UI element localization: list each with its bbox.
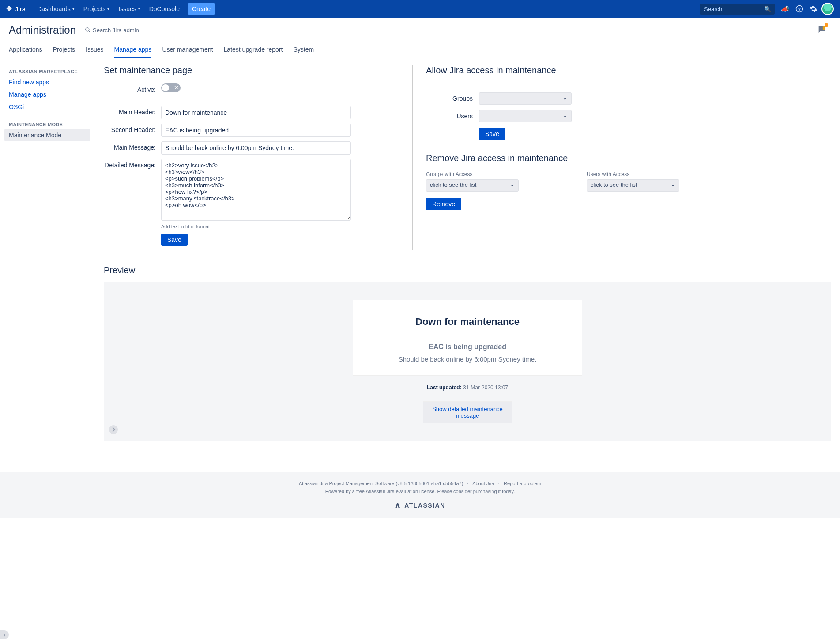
tab-system[interactable]: System	[293, 42, 314, 58]
nav-dashboards[interactable]: Dashboards▾	[33, 0, 79, 18]
main-header-input[interactable]	[161, 106, 351, 119]
remove-access-heading: Remove Jira access in maintenance	[426, 153, 831, 163]
show-detailed-message-button[interactable]: Show detailed maintenance message	[423, 401, 512, 423]
help-icon[interactable]: ?	[792, 2, 806, 16]
allow-access-heading: Allow Jira access in maintenance	[426, 65, 831, 75]
footer-eval-link[interactable]: Jira evaluation license	[387, 489, 434, 494]
svg-point-4	[109, 425, 118, 434]
nav-issues[interactable]: Issues▾	[114, 0, 144, 18]
top-navigation: Jira Dashboards▾ Projects▾ Issues▾ DbCon…	[0, 0, 840, 18]
expand-arrow-icon[interactable]	[109, 425, 118, 434]
tab-upgrade-report[interactable]: Latest upgrade report	[224, 42, 283, 58]
remove-groups-label: Groups with Access	[426, 171, 519, 177]
detailed-message-label: Detailed Message:	[104, 159, 161, 169]
second-header-label: Second Header:	[104, 124, 161, 133]
create-button[interactable]: Create	[188, 3, 215, 15]
sidebar-section-maintenance: MAINTENANCE MODE	[4, 118, 90, 129]
footer-report-link[interactable]: Report a problem	[504, 481, 541, 486]
detailed-help-text: Add text in html format	[161, 224, 399, 229]
active-toggle[interactable]: ✕	[161, 83, 181, 92]
main-header-label: Main Header:	[104, 106, 161, 116]
preview-card: Down for maintenance EAC is being upgrad…	[353, 300, 582, 376]
save-allow-button[interactable]: Save	[479, 128, 505, 140]
svg-text:?: ?	[798, 7, 801, 11]
chevron-down-icon: ▾	[107, 7, 109, 11]
active-label: Active:	[104, 83, 161, 93]
tab-issues[interactable]: Issues	[86, 42, 103, 58]
allow-users-select[interactable]	[479, 110, 572, 122]
admin-tabs: Applications Projects Issues Manage apps…	[0, 42, 840, 58]
detailed-message-textarea[interactable]	[161, 159, 351, 221]
sidebar-osgi[interactable]: OSGi	[4, 101, 90, 113]
sidebar: ATLASSIAN MARKETPLACE Find new apps Mana…	[0, 58, 95, 459]
preview-subtitle: EAC is being upgraded	[365, 343, 569, 351]
preview-heading: Preview	[104, 265, 831, 275]
announcement-icon[interactable]: 📣	[778, 2, 792, 16]
settings-icon[interactable]	[806, 2, 821, 16]
page-title: Administration	[9, 24, 76, 36]
svg-line-3	[89, 31, 90, 33]
sidebar-manage-apps[interactable]: Manage apps	[4, 88, 90, 101]
remove-groups-select[interactable]: click to see the list	[426, 179, 519, 192]
main-message-input[interactable]	[161, 141, 351, 155]
chevron-down-icon: ▾	[72, 7, 75, 11]
remove-users-select[interactable]: click to see the list	[587, 179, 679, 192]
admin-search[interactable]: Search Jira admin	[85, 27, 139, 34]
set-maintenance-heading: Set maintenance page	[104, 65, 399, 75]
user-avatar[interactable]	[821, 2, 835, 16]
admin-header: Administration Search Jira admin	[0, 18, 840, 36]
preview-box: Down for maintenance EAC is being upgrad…	[104, 282, 831, 441]
allow-users-label: Users	[426, 113, 479, 120]
atlassian-brand: ATLASSIAN	[9, 502, 831, 509]
footer-pm-link[interactable]: Project Management Software	[329, 481, 394, 486]
jira-logo[interactable]: Jira	[5, 5, 26, 13]
feedback-icon[interactable]	[817, 25, 827, 36]
search-icon: 🔍	[764, 6, 771, 12]
svg-point-2	[86, 28, 89, 31]
logo-text: Jira	[15, 5, 26, 13]
footer-about-link[interactable]: About Jira	[472, 481, 494, 486]
main-message-label: Main Message:	[104, 141, 161, 151]
tab-manage-apps[interactable]: Manage apps	[114, 42, 152, 58]
toggle-knob	[162, 84, 169, 91]
save-maintenance-button[interactable]: Save	[161, 234, 188, 246]
global-search-input[interactable]	[700, 4, 775, 15]
preview-message: Should be back online by 6:00pm Sydney t…	[365, 355, 569, 363]
notification-badge	[825, 23, 828, 27]
tab-user-management[interactable]: User management	[162, 42, 213, 58]
nav-dbconsole[interactable]: DbConsole	[145, 0, 184, 18]
preview-title: Down for maintenance	[365, 316, 569, 335]
preview-last-updated: Last updated: 31-Mar-2020 13:07	[113, 385, 822, 391]
tab-projects[interactable]: Projects	[53, 42, 75, 58]
admin-search-placeholder: Search Jira admin	[93, 27, 139, 34]
remove-users-label: Users with Access	[587, 171, 679, 177]
chevron-down-icon: ▾	[138, 7, 140, 11]
jira-icon	[5, 5, 13, 13]
sidebar-maintenance-mode[interactable]: Maintenance Mode	[4, 129, 90, 141]
nav-projects[interactable]: Projects▾	[79, 0, 114, 18]
second-header-input[interactable]	[161, 124, 351, 137]
search-icon	[85, 27, 91, 33]
allow-groups-label: Groups	[426, 95, 479, 102]
sidebar-section-marketplace: ATLASSIAN MARKETPLACE	[4, 65, 90, 76]
footer: Atlassian Jira Project Management Softwa…	[0, 472, 840, 518]
tab-applications[interactable]: Applications	[9, 42, 42, 58]
sidebar-find-new-apps[interactable]: Find new apps	[4, 76, 90, 88]
allow-groups-select[interactable]	[479, 92, 572, 105]
remove-button[interactable]: Remove	[426, 198, 461, 210]
footer-purchase-link[interactable]: purchasing it	[473, 489, 501, 494]
toggle-off-icon: ✕	[174, 84, 179, 92]
atlassian-icon	[395, 502, 402, 509]
